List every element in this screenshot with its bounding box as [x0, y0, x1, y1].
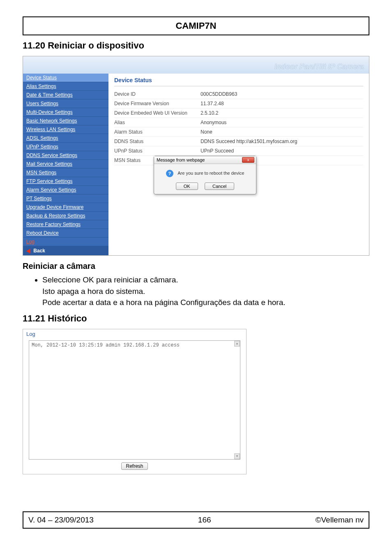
ok-button[interactable]: OK	[176, 183, 198, 190]
sidebar-item-alarm-service-settings[interactable]: Alarm Service Settings	[23, 186, 108, 194]
log-legend: Log	[23, 329, 246, 337]
value: DDNS Succeed http://ak1501.myfoscam.org	[201, 139, 363, 144]
sidebar-back[interactable]: Back	[23, 246, 108, 255]
row-device-id: Device ID000C5DDDB963	[114, 90, 363, 99]
row-web-ui-version: Device Embeded Web UI Version2.5.10.2	[114, 109, 363, 118]
label: Device Firmware Version	[114, 101, 201, 106]
sidebar-item-backup-restore-settings[interactable]: Backup & Restore Settings	[23, 212, 108, 220]
dialog-title: Message from webpage	[157, 157, 205, 162]
sidebar-item-mail-service-settings[interactable]: Mail Service Settings	[23, 160, 108, 169]
settings-sidebar: Device Status Alias Settings Date & Time…	[23, 74, 108, 255]
scroll-up-icon[interactable]: ▴	[234, 341, 240, 347]
label: Device Embeded Web UI Version	[114, 110, 201, 116]
confirm-dialog: Message from webpage x ? Are you sure to…	[154, 156, 256, 194]
label: UPnP Status	[114, 148, 201, 154]
screenshot-log: Log ▴ Mon, 2012-12-10 13:25:19 admin 192…	[23, 329, 247, 474]
cancel-button[interactable]: Cancel	[205, 183, 234, 190]
sidebar-item-ddns-service-settings[interactable]: DDNS Service Settings	[23, 151, 108, 160]
sidebar-item-msn-settings[interactable]: MSN Settings	[23, 169, 108, 177]
screenshot-reboot: Indoor Pan/Tilt IP Camera Device Status …	[23, 56, 369, 256]
screenshot-header: Indoor Pan/Tilt IP Camera	[23, 56, 369, 74]
back-arrow-icon	[26, 249, 30, 254]
label: Device ID	[114, 91, 201, 97]
sidebar-item-wireless-lan-settings[interactable]: Wireless LAN Settings	[23, 125, 108, 134]
value: UPnP Succeed	[201, 148, 363, 154]
sidebar-item-multi-device-settings[interactable]: Multi-Device Settings	[23, 108, 108, 117]
footer-copyright: ©Velleman nv	[315, 515, 364, 525]
sidebar-item-log[interactable]: Log	[23, 238, 108, 246]
scroll-down-icon[interactable]: ▾	[234, 453, 240, 459]
value: 11.37.2.48	[201, 101, 363, 106]
section-11-20-heading: 11.20 Reiniciar o dispositivo	[23, 40, 369, 51]
label: DDNS Status	[114, 139, 201, 144]
instruction-bullet: Seleccione OK para reiniciar a câmara. I…	[42, 274, 369, 308]
log-textarea[interactable]: ▴ Mon, 2012-12-10 13:25:19 admin 192.168…	[29, 340, 240, 460]
sidebar-item-upgrade-device-firmware[interactable]: Upgrade Device Firmware	[23, 203, 108, 212]
bullet-line-2: Isto apaga a hora do sistema.	[42, 287, 145, 296]
subhead-reiniciar-camara: Reiniciar a câmara	[23, 261, 369, 271]
label: Alias	[114, 120, 201, 125]
row-alias: AliasAnonymous	[114, 118, 363, 127]
sidebar-item-pt-settings[interactable]: PT Settings	[23, 194, 108, 203]
footer-page-number: 166	[198, 515, 211, 525]
content-pane: Device Status Device ID000C5DDDB963 Devi…	[108, 74, 369, 255]
page-footer: V. 04 – 23/09/2013 166 ©Velleman nv	[23, 511, 369, 529]
dialog-message: Are you sure to reboot the device	[178, 171, 244, 176]
sidebar-item-basic-network-settings[interactable]: Basic Network Settings	[23, 117, 108, 125]
value: 2.5.10.2	[201, 110, 363, 116]
footer-version: V. 04 – 23/09/2013	[28, 515, 94, 525]
row-upnp-status: UPnP StatusUPnP Succeed	[114, 146, 363, 156]
value: Anonymous	[201, 120, 363, 125]
camera-brand-label: Indoor Pan/Tilt IP Camera	[274, 62, 364, 71]
value: 000C5DDDB963	[201, 91, 363, 97]
bullet-line-1: Seleccione OK para reiniciar a câmara.	[42, 275, 178, 284]
row-alarm-status: Alarm StatusNone	[114, 127, 363, 137]
sidebar-item-date-time-settings[interactable]: Date & Time Settings	[23, 91, 108, 99]
sidebar-back-label: Back	[33, 248, 45, 254]
content-title: Device Status	[114, 77, 363, 86]
document-title: CAMIP7N	[23, 16, 369, 35]
refresh-button[interactable]: Refresh	[121, 462, 148, 470]
sidebar-item-alias-settings[interactable]: Alias Settings	[23, 82, 108, 91]
sidebar-item-ftp-service-settings[interactable]: FTP Service Settings	[23, 177, 108, 186]
dialog-close-button[interactable]: x	[242, 157, 254, 163]
sidebar-item-upnp-settings[interactable]: UPnP Settings	[23, 143, 108, 151]
sidebar-item-users-settings[interactable]: Users Settings	[23, 99, 108, 108]
sidebar-item-device-status[interactable]: Device Status	[23, 74, 108, 82]
dialog-body: ? Are you sure to reboot the device	[154, 164, 256, 179]
row-firmware-version: Device Firmware Version11.37.2.48	[114, 99, 363, 109]
value: None	[201, 129, 363, 135]
sidebar-item-adsl-settings[interactable]: ADSL Settings	[23, 134, 108, 143]
row-ddns-status: DDNS StatusDDNS Succeed http://ak1501.my…	[114, 137, 363, 146]
sidebar-item-reboot-device[interactable]: Reboot Device	[23, 229, 108, 238]
bullet-line-3: Pode acertar a data e a hora na página C…	[42, 298, 286, 307]
dialog-title-bar: Message from webpage x	[154, 156, 256, 164]
section-11-21-heading: 11.21 Histórico	[23, 313, 369, 324]
sidebar-item-restore-factory-settings[interactable]: Restore Factory Settings	[23, 220, 108, 229]
label: Alarm Status	[114, 129, 201, 135]
question-icon: ?	[166, 170, 173, 177]
log-entry: Mon, 2012-12-10 13:25:19 admin 192.168.1…	[32, 342, 180, 348]
